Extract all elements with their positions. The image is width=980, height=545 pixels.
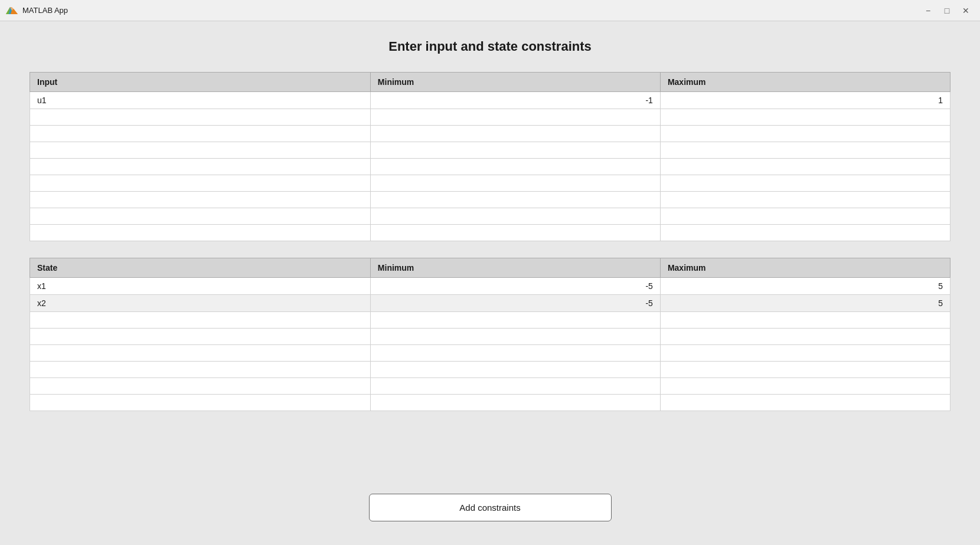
input-row-1-name: u1 [30,92,371,109]
table-row [30,345,950,362]
table-row [30,126,950,142]
state-col-header: State [30,258,371,278]
input-maximum-col-header: Maximum [660,73,950,92]
table-row [30,378,950,395]
state-row-2-name: x2 [30,295,371,312]
main-content: Enter input and state constraints Input … [0,21,980,445]
state-maximum-col-header: Maximum [660,258,950,278]
table-row [30,175,950,192]
app-title: MATLAB App [22,6,68,15]
input-table-section: Input Minimum Maximum u1 -1 1 [30,72,950,241]
table-row [30,329,950,345]
title-bar-controls: − □ ✕ [920,4,974,18]
table-row: x2 -5 5 [30,295,950,312]
input-row-1-minimum[interactable]: -1 [370,92,660,109]
close-button[interactable]: ✕ [958,4,974,18]
input-row-1-maximum[interactable]: 1 [660,92,950,109]
state-row-1-maximum[interactable]: 5 [660,278,950,295]
add-constraints-button[interactable]: Add constraints [369,494,612,521]
input-constraints-table: Input Minimum Maximum u1 -1 1 [30,72,950,241]
table-row: u1 -1 1 [30,92,950,109]
state-row-1-name: x1 [30,278,371,295]
table-row [30,159,950,175]
table-row [30,362,950,378]
minimize-button[interactable]: − [920,4,936,18]
maximize-button[interactable]: □ [939,4,955,18]
state-table-section: State Minimum Maximum x1 -5 5 x2 -5 5 [30,258,950,411]
input-table-header-row: Input Minimum Maximum [30,73,950,92]
title-bar-left: MATLAB App [6,5,68,17]
state-table-header-row: State Minimum Maximum [30,258,950,278]
table-row [30,208,950,225]
bottom-section: Add constraints [0,494,980,521]
input-col-header: Input [30,73,371,92]
table-row [30,312,950,329]
title-bar: MATLAB App − □ ✕ [0,0,980,21]
table-row [30,142,950,159]
state-row-2-minimum[interactable]: -5 [370,295,660,312]
table-row [30,395,950,411]
state-constraints-table: State Minimum Maximum x1 -5 5 x2 -5 5 [30,258,950,411]
state-row-2-maximum[interactable]: 5 [660,295,950,312]
table-row [30,109,950,126]
table-row [30,192,950,208]
state-minimum-col-header: Minimum [370,258,660,278]
input-minimum-col-header: Minimum [370,73,660,92]
table-row [30,225,950,241]
matlab-logo-icon [6,5,18,17]
table-row: x1 -5 5 [30,278,950,295]
page-title: Enter input and state constraints [30,39,950,54]
state-row-1-minimum[interactable]: -5 [370,278,660,295]
